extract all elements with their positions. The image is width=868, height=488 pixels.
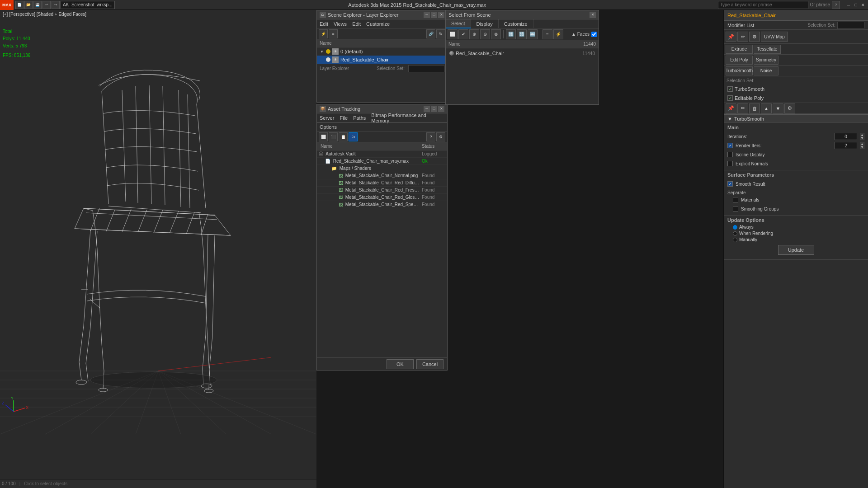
menu-views[interactable]: Views: [334, 21, 347, 27]
render-iters-input[interactable]: [835, 142, 857, 149]
redo-icon[interactable]: ↪: [52, 1, 60, 9]
render-iters-check[interactable]: [727, 143, 733, 148]
new-icon[interactable]: 📄: [15, 1, 24, 9]
asset-settings-icon[interactable]: ⚙: [436, 132, 445, 141]
total-label: Total: [3, 29, 12, 34]
extrude-btn[interactable]: Extrude: [726, 45, 753, 54]
sfs-btn4[interactable]: ⊖: [480, 29, 490, 39]
tab-select[interactable]: Select: [446, 19, 471, 28]
asset-maximize[interactable]: □: [431, 106, 437, 112]
menu-customize[interactable]: Customize: [366, 21, 390, 27]
asset-row-maxfile[interactable]: 📄 Red_Stackable_Chair_max_vray.max Ok: [317, 158, 447, 165]
asset-row-diffuse[interactable]: 🖼 Metal_Stackable_Chair_Red_Diffuse.png …: [317, 179, 447, 187]
sfs-btn2[interactable]: ✔: [458, 29, 468, 39]
menu-edit[interactable]: Edit: [320, 21, 328, 27]
configure-icon[interactable]: ⚙: [749, 32, 760, 42]
menu-edit2[interactable]: Edit: [352, 21, 361, 27]
sfs-win-btns: ✕: [590, 12, 596, 18]
search-input[interactable]: [718, 1, 808, 9]
link-icon[interactable]: 🔗: [426, 29, 435, 38]
tab-customize[interactable]: Customize: [499, 19, 533, 28]
layer-chair[interactable]: 👁 Red_Stackable_Chair: [317, 56, 447, 64]
minimize-icon[interactable]: ─: [845, 2, 852, 8]
menu-file[interactable]: File: [340, 115, 348, 121]
always-radio[interactable]: [733, 225, 737, 230]
sfs-btn7[interactable]: 🔡: [517, 29, 527, 39]
menu-options[interactable]: Options: [320, 124, 337, 130]
stack-down-icon[interactable]: ▼: [773, 103, 783, 113]
sfs-close-icon[interactable]: ✕: [590, 12, 596, 18]
uvw-map-btn[interactable]: UVW Map: [761, 32, 788, 42]
layer-default[interactable]: ▼ 👁 0 (default): [317, 47, 447, 56]
asset-icon4[interactable]: 🗂: [349, 132, 358, 141]
scene-explorer-maximize[interactable]: □: [431, 12, 437, 18]
stack-del-icon[interactable]: 🗑: [749, 103, 760, 113]
smooth-result-check[interactable]: [727, 181, 733, 187]
isoline-check[interactable]: [727, 152, 733, 157]
asset-row-specular[interactable]: 🖼 Metal_Stackable_Chair_Red_Specular.png…: [317, 201, 447, 208]
manually-radio[interactable]: [733, 238, 737, 242]
layers-icon[interactable]: ≡: [329, 29, 338, 38]
save-icon[interactable]: 💾: [33, 1, 42, 9]
turbosmooth-btn[interactable]: TurboSmooth: [726, 66, 753, 75]
close-icon[interactable]: ✕: [860, 2, 866, 8]
edit-poly-btn[interactable]: Edit Poly: [726, 56, 753, 65]
asset-icon3[interactable]: 📋: [339, 132, 348, 141]
scene-explorer-close[interactable]: ✕: [438, 12, 444, 18]
filter-icon[interactable]: ⚡: [319, 29, 328, 38]
stack-edit-icon[interactable]: ✏: [737, 103, 748, 113]
noise-btn[interactable]: Noise: [754, 66, 778, 75]
asset-icon2[interactable]: ⬛: [329, 132, 338, 141]
maximize-icon[interactable]: □: [853, 2, 859, 8]
asset-row-normal[interactable]: 🖼 Metal_Stackable_Chair_Normal.png Found: [317, 172, 447, 179]
render-iters-spinner[interactable]: ▲ ▼: [860, 142, 864, 149]
sfs-btn9[interactable]: ≡: [542, 29, 552, 39]
cancel-button[interactable]: Cancel: [416, 359, 443, 369]
asset-close[interactable]: ✕: [438, 106, 444, 112]
asset-row-vault[interactable]: 🏛 Autodesk Vault Logged: [317, 150, 447, 158]
pin-icon[interactable]: 📌: [726, 32, 736, 42]
asset-row-fresnel[interactable]: 🖼 Metal_Stackable_Chair_Red_Fresnel.png …: [317, 187, 447, 194]
always-row: Always: [733, 225, 864, 230]
menu-server[interactable]: Server: [320, 115, 334, 121]
sync-icon[interactable]: ↻: [436, 29, 445, 38]
smoothing-groups-check[interactable]: [733, 206, 738, 211]
stack-config-icon[interactable]: ⚙: [784, 103, 795, 113]
materials-check[interactable]: [733, 197, 738, 202]
asset-row-maps-folder[interactable]: 📁 Maps / Shaders: [317, 165, 447, 172]
sfs-btn1[interactable]: ⬜: [448, 29, 458, 39]
iterations-spinner[interactable]: ▲ ▼: [860, 133, 864, 140]
open-icon[interactable]: 📂: [24, 1, 33, 9]
sfs-btn8[interactable]: 🔤: [528, 29, 538, 39]
update-button[interactable]: Update: [778, 245, 814, 255]
asset-minimize[interactable]: ─: [424, 106, 430, 112]
menu-bitmap-performance[interactable]: Bitmap Performance and Memory: [371, 113, 444, 123]
asset-icon1[interactable]: ⬜: [319, 132, 328, 141]
faces-checkbox[interactable]: [591, 32, 597, 37]
scene-explorer-minimize[interactable]: ─: [424, 12, 430, 18]
stack-pin-icon[interactable]: 📌: [726, 103, 736, 113]
stack-turbosm[interactable]: TurboSmooth: [724, 84, 868, 94]
explicit-normals-check[interactable]: [727, 161, 733, 166]
stack-editable-poly[interactable]: Editable Poly: [724, 94, 868, 103]
sfs-btn5[interactable]: ⊗: [491, 29, 501, 39]
edit-icon[interactable]: ✏: [737, 32, 748, 42]
tab-display[interactable]: Display: [471, 19, 499, 28]
selection-set-input[interactable]: [408, 65, 444, 72]
stack-up-icon[interactable]: ▲: [761, 103, 772, 113]
sfs-btn3[interactable]: ⊕: [469, 29, 479, 39]
when-rendering-radio[interactable]: [733, 231, 737, 236]
sfs-btn6[interactable]: 🔠: [506, 29, 516, 39]
asset-row-glossiness[interactable]: 🖼 Metal_Stackable_Chair_Red_Glossiness.p…: [317, 194, 447, 201]
ok-button[interactable]: OK: [387, 359, 414, 369]
undo-icon[interactable]: ↩: [42, 1, 51, 9]
sfs-btn10[interactable]: ⚡: [553, 29, 563, 39]
iterations-input[interactable]: [835, 133, 857, 140]
selection-set-input-right[interactable]: [837, 22, 864, 29]
tessellate-btn[interactable]: Tessellate: [754, 45, 781, 54]
menu-paths[interactable]: Paths: [353, 115, 366, 121]
asset-help-icon[interactable]: ?: [426, 132, 435, 141]
symmetry-btn[interactable]: Symmetry: [754, 56, 778, 65]
sfs-row-chair[interactable]: Red_Stackable_Chair 11440: [447, 49, 598, 57]
help-icon[interactable]: ?: [832, 1, 840, 9]
